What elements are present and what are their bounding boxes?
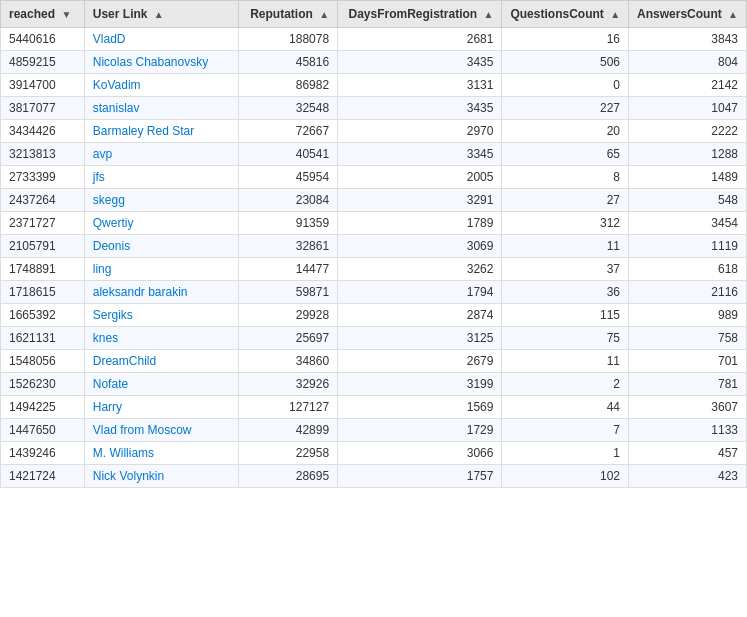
user-link[interactable]: Vlad from Moscow: [93, 423, 192, 437]
cell-user-link[interactable]: Deonis: [84, 235, 238, 258]
cell-days: 2874: [338, 304, 502, 327]
table-row: 2105791Deonis328613069111119: [1, 235, 747, 258]
cell-user-link[interactable]: Nofate: [84, 373, 238, 396]
user-link[interactable]: ling: [93, 262, 112, 276]
cell-user-link[interactable]: skegg: [84, 189, 238, 212]
col-header-answers[interactable]: AnswersCount ▲: [629, 1, 747, 28]
cell-user-link[interactable]: M. Williams: [84, 442, 238, 465]
cell-user-link[interactable]: Harry: [84, 396, 238, 419]
cell-answers: 781: [629, 373, 747, 396]
user-link[interactable]: KoVadim: [93, 78, 141, 92]
cell-questions: 115: [502, 304, 629, 327]
table-row: 3434426Barmaley Red Star726672970202222: [1, 120, 747, 143]
col-header-user-link[interactable]: User Link ▲: [84, 1, 238, 28]
cell-days: 2970: [338, 120, 502, 143]
user-link[interactable]: M. Williams: [93, 446, 154, 460]
table-body: 5440616VladD18807826811638434859215Nicol…: [1, 28, 747, 488]
col-header-reputation[interactable]: Reputation ▲: [238, 1, 337, 28]
table-row: 1526230Nofate3292631992781: [1, 373, 747, 396]
user-link[interactable]: VladD: [93, 32, 126, 46]
cell-reached: 2371727: [1, 212, 85, 235]
user-link[interactable]: avp: [93, 147, 112, 161]
cell-user-link[interactable]: KoVadim: [84, 74, 238, 97]
user-link[interactable]: Nofate: [93, 377, 128, 391]
cell-days: 2005: [338, 166, 502, 189]
user-link[interactable]: aleksandr barakin: [93, 285, 188, 299]
cell-answers: 1133: [629, 419, 747, 442]
cell-user-link[interactable]: VladD: [84, 28, 238, 51]
cell-user-link[interactable]: knes: [84, 327, 238, 350]
user-link[interactable]: Deonis: [93, 239, 130, 253]
col-header-days[interactable]: DaysFromRegistration ▲: [338, 1, 502, 28]
cell-user-link[interactable]: Vlad from Moscow: [84, 419, 238, 442]
cell-reputation: 91359: [238, 212, 337, 235]
table-row: 4859215Nicolas Chabanovsky45816343550680…: [1, 51, 747, 74]
cell-answers: 548: [629, 189, 747, 212]
cell-reputation: 34860: [238, 350, 337, 373]
cell-questions: 16: [502, 28, 629, 51]
cell-user-link[interactable]: Nick Volynkin: [84, 465, 238, 488]
cell-user-link[interactable]: Barmaley Red Star: [84, 120, 238, 143]
cell-answers: 701: [629, 350, 747, 373]
cell-user-link[interactable]: Sergiks: [84, 304, 238, 327]
cell-reputation: 22958: [238, 442, 337, 465]
cell-user-link[interactable]: ling: [84, 258, 238, 281]
cell-user-link[interactable]: stanislav: [84, 97, 238, 120]
cell-answers: 2142: [629, 74, 747, 97]
cell-reputation: 86982: [238, 74, 337, 97]
table-row: 2437264skegg23084329127548: [1, 189, 747, 212]
table-row: 1665392Sergiks299282874115989: [1, 304, 747, 327]
header-row: reached ▼ User Link ▲ Reputation ▲ DaysF…: [1, 1, 747, 28]
cell-user-link[interactable]: Nicolas Chabanovsky: [84, 51, 238, 74]
cell-user-link[interactable]: aleksandr barakin: [84, 281, 238, 304]
sort-arrow-questions: ▲: [610, 9, 620, 20]
table-row: 1494225Harry1271271569443607: [1, 396, 747, 419]
cell-answers: 758: [629, 327, 747, 350]
user-link[interactable]: stanislav: [93, 101, 140, 115]
cell-reputation: 14477: [238, 258, 337, 281]
sort-arrow-reached: ▼: [61, 9, 71, 20]
col-header-reached[interactable]: reached ▼: [1, 1, 85, 28]
cell-reached: 1439246: [1, 442, 85, 465]
cell-user-link[interactable]: DreamChild: [84, 350, 238, 373]
cell-reputation: 28695: [238, 465, 337, 488]
cell-answers: 1489: [629, 166, 747, 189]
cell-days: 1794: [338, 281, 502, 304]
user-link[interactable]: knes: [93, 331, 118, 345]
user-link[interactable]: Barmaley Red Star: [93, 124, 194, 138]
user-link[interactable]: Nicolas Chabanovsky: [93, 55, 208, 69]
cell-answers: 2222: [629, 120, 747, 143]
user-link[interactable]: DreamChild: [93, 354, 156, 368]
user-link[interactable]: jfs: [93, 170, 105, 184]
user-link[interactable]: Qwertiy: [93, 216, 134, 230]
cell-days: 3435: [338, 51, 502, 74]
table-row: 1718615aleksandr barakin598711794362116: [1, 281, 747, 304]
user-link[interactable]: Nick Volynkin: [93, 469, 164, 483]
cell-reached: 1447650: [1, 419, 85, 442]
sort-arrow-days: ▲: [484, 9, 494, 20]
cell-reached: 2733399: [1, 166, 85, 189]
cell-user-link[interactable]: avp: [84, 143, 238, 166]
cell-questions: 0: [502, 74, 629, 97]
cell-days: 1729: [338, 419, 502, 442]
cell-reputation: 188078: [238, 28, 337, 51]
cell-user-link[interactable]: jfs: [84, 166, 238, 189]
cell-reached: 1748891: [1, 258, 85, 281]
cell-answers: 804: [629, 51, 747, 74]
cell-user-link[interactable]: Qwertiy: [84, 212, 238, 235]
user-link[interactable]: Sergiks: [93, 308, 133, 322]
cell-reputation: 32861: [238, 235, 337, 258]
table-row: 1447650Vlad from Moscow42899172971133: [1, 419, 747, 442]
col-header-questions[interactable]: QuestionsCount ▲: [502, 1, 629, 28]
table-row: 3817077stanislav3254834352271047: [1, 97, 747, 120]
user-link[interactable]: skegg: [93, 193, 125, 207]
cell-reached: 3914700: [1, 74, 85, 97]
cell-reputation: 45816: [238, 51, 337, 74]
cell-reached: 1494225: [1, 396, 85, 419]
cell-days: 2679: [338, 350, 502, 373]
user-link[interactable]: Harry: [93, 400, 122, 414]
cell-reputation: 72667: [238, 120, 337, 143]
cell-reached: 3434426: [1, 120, 85, 143]
cell-answers: 457: [629, 442, 747, 465]
cell-days: 3131: [338, 74, 502, 97]
